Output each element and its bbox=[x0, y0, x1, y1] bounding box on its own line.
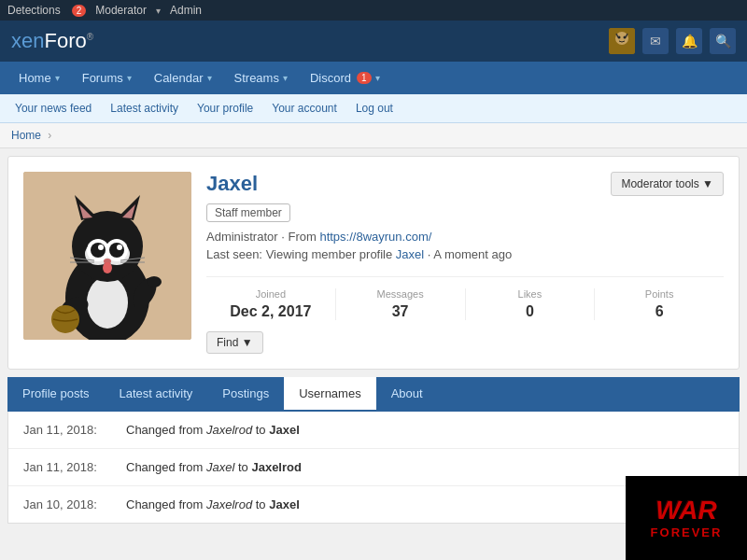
discord-arrow: ▾ bbox=[375, 73, 380, 83]
stat-points: Points 6 bbox=[595, 288, 724, 320]
activity-date: Jan 10, 2018: bbox=[23, 497, 126, 511]
profile-stats: Joined Dec 2, 2017 Messages 37 Likes 0 P… bbox=[206, 276, 724, 320]
logo-foro: Foro bbox=[44, 29, 86, 52]
profile-section: Jaxel Moderator tools ▼ Staff member Adm… bbox=[7, 156, 740, 370]
watermark-line1: WAR bbox=[651, 497, 723, 524]
profile-avatar bbox=[23, 172, 191, 340]
alerts-icon[interactable]: 🔔 bbox=[676, 28, 702, 54]
last-seen: Last seen: Viewing member profile Jaxel … bbox=[206, 247, 724, 261]
nav-streams[interactable]: Streams ▾ bbox=[223, 62, 299, 94]
activity-text: Changed from Jaxelrod to Jaxel bbox=[126, 423, 724, 437]
nav-discord[interactable]: Discord 1 ▾ bbox=[299, 62, 391, 94]
stat-joined: Joined Dec 2, 2017 bbox=[206, 288, 336, 320]
admin-link[interactable]: Admin bbox=[170, 4, 202, 17]
svg-point-30 bbox=[147, 276, 162, 287]
subnav-latest-activity[interactable]: Latest activity bbox=[103, 98, 186, 119]
main-nav: Home ▾ Forums ▾ Calendar ▾ Streams ▾ Dis… bbox=[0, 62, 747, 94]
stat-messages: Messages 37 bbox=[336, 288, 466, 320]
admin-bar: Detections 2 Moderator ▾ Admin bbox=[0, 0, 747, 21]
profile-top: Jaxel Moderator tools ▼ Staff member Adm… bbox=[23, 172, 724, 354]
tab-profile-posts[interactable]: Profile posts bbox=[7, 377, 105, 412]
table-row: Jan 11, 2018: Changed from Jaxelrod to J… bbox=[8, 412, 739, 449]
moderator-menu[interactable]: Moderator bbox=[95, 4, 147, 17]
site-logo[interactable]: xenForo® bbox=[11, 29, 93, 53]
svg-point-19 bbox=[98, 245, 104, 250]
profile-tabs: Profile posts Latest activity Postings U… bbox=[7, 377, 740, 412]
find-arrow: ▼ bbox=[242, 336, 253, 349]
stat-likes: Likes 0 bbox=[466, 288, 596, 320]
search-icon[interactable]: 🔍 bbox=[710, 28, 736, 54]
breadcrumb-home[interactable]: Home bbox=[11, 129, 41, 142]
svg-point-18 bbox=[109, 243, 124, 258]
home-arrow: ▾ bbox=[55, 73, 60, 83]
subnav-logout[interactable]: Log out bbox=[348, 98, 401, 119]
tab-postings[interactable]: Postings bbox=[207, 377, 284, 412]
breadcrumb: Home › bbox=[0, 123, 747, 148]
profile-info: Jaxel Moderator tools ▼ Staff member Adm… bbox=[206, 172, 724, 354]
profile-name: Jaxel bbox=[206, 172, 258, 196]
activity-text: Changed from Jaxel to Jaxelrod bbox=[126, 460, 724, 474]
subnav-news-feed[interactable]: Your news feed bbox=[7, 98, 99, 119]
activity-date: Jan 11, 2018: bbox=[23, 423, 126, 437]
header-icons: ✉ 🔔 🔍 bbox=[609, 28, 736, 54]
tab-about[interactable]: About bbox=[376, 377, 438, 412]
mod-tools-arrow: ▼ bbox=[702, 177, 713, 190]
profile-meta: Administrator · From https://8wayrun.com… bbox=[206, 230, 724, 244]
activity-date: Jan 11, 2018: bbox=[23, 460, 126, 474]
staff-badge: Staff member bbox=[206, 203, 290, 222]
svg-point-6 bbox=[87, 276, 128, 329]
detections-label[interactable]: Detections bbox=[7, 4, 61, 17]
user-avatar[interactable] bbox=[609, 28, 635, 54]
breadcrumb-separator: › bbox=[48, 129, 51, 142]
svg-point-20 bbox=[117, 245, 122, 250]
sub-nav: Your news feed Latest activity Your prof… bbox=[0, 94, 747, 123]
nav-calendar[interactable]: Calendar ▾ bbox=[143, 62, 223, 94]
messages-icon[interactable]: ✉ bbox=[642, 28, 669, 54]
calendar-arrow: ▾ bbox=[207, 73, 212, 83]
subnav-your-profile[interactable]: Your profile bbox=[190, 98, 261, 119]
streams-arrow: ▾ bbox=[283, 73, 288, 83]
detections-badge: 2 bbox=[72, 5, 87, 17]
find-button[interactable]: Find ▼ bbox=[206, 331, 263, 354]
svg-point-1 bbox=[615, 32, 628, 45]
site-header: xenForo® ✉ 🔔 🔍 bbox=[0, 21, 747, 62]
tab-latest-activity[interactable]: Latest activity bbox=[105, 377, 208, 412]
svg-point-22 bbox=[103, 262, 112, 273]
nav-forums[interactable]: Forums ▾ bbox=[71, 62, 143, 94]
profile-website[interactable]: https://8wayrun.com/ bbox=[319, 230, 431, 244]
discord-badge: 1 bbox=[357, 72, 372, 84]
svg-point-17 bbox=[91, 243, 106, 258]
nav-home[interactable]: Home ▾ bbox=[7, 62, 71, 94]
moderator-tools-button[interactable]: Moderator tools ▼ bbox=[611, 172, 724, 196]
logo-tm: ® bbox=[87, 32, 93, 42]
last-seen-link[interactable]: Jaxel bbox=[396, 247, 424, 261]
watermark-line2: FOREVER bbox=[651, 525, 723, 532]
moderator-arrow: ▾ bbox=[156, 6, 161, 16]
logo-xen: xen bbox=[11, 29, 44, 52]
forums-arrow: ▾ bbox=[127, 73, 132, 83]
watermark: WAR FOREVER bbox=[626, 476, 747, 531]
subnav-your-account[interactable]: Your account bbox=[264, 98, 345, 119]
tab-usernames[interactable]: Usernames bbox=[284, 377, 375, 412]
